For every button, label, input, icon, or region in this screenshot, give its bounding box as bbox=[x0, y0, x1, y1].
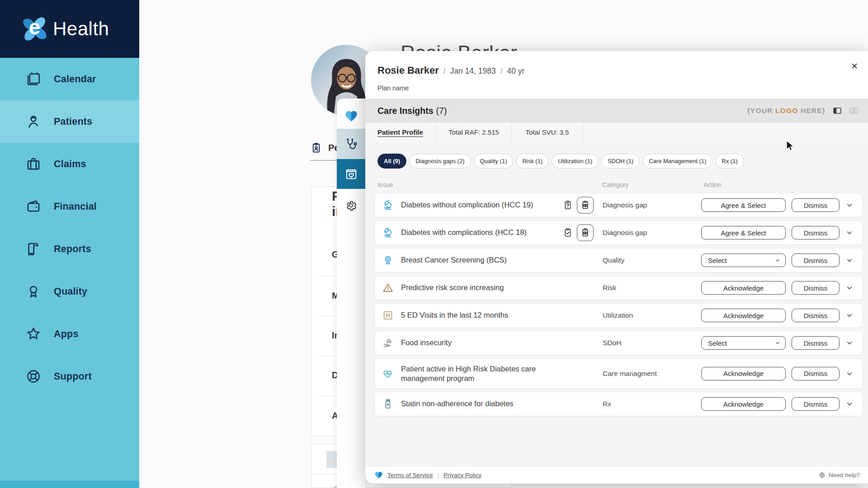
tool-strip bbox=[337, 99, 365, 488]
expand-chevron-icon[interactable] bbox=[846, 202, 853, 209]
insight-row: 5 ED Visits in the last 12 monthsUtiliza… bbox=[374, 303, 863, 328]
expand-chevron-icon[interactable] bbox=[846, 370, 853, 377]
action-label: Select bbox=[708, 257, 727, 264]
sidebar-item-label: Quality bbox=[54, 286, 87, 297]
filter-pill-quality-1[interactable]: Quality (1) bbox=[474, 154, 514, 169]
action-label: Acknowledge bbox=[723, 284, 764, 292]
sidebar-item-apps[interactable]: Apps bbox=[0, 313, 139, 355]
filter-pill-risk-1[interactable]: Risk (1) bbox=[516, 154, 549, 169]
sidebar-item-label: Financial bbox=[54, 201, 97, 212]
acknowledge-button[interactable]: Acknowledge bbox=[701, 281, 786, 295]
insight-row: Food insecuritySDoHSelectDismiss bbox=[374, 331, 863, 355]
agree-select-button[interactable]: Agree & Select bbox=[701, 226, 786, 239]
strip-item-stethoscope[interactable] bbox=[337, 129, 365, 159]
privacy-link[interactable]: Privacy Policy bbox=[443, 472, 481, 479]
dismiss-button[interactable]: Dismiss bbox=[792, 367, 840, 380]
apps-icon bbox=[25, 326, 42, 342]
issue-title: Diabetes without complication (HCC 19) bbox=[401, 200, 569, 210]
panel-tab-total-raf[interactable]: Total RAF: 2.515 bbox=[436, 123, 512, 141]
filter-pills: All (9)Diagnosis gaps (2)Quality (1)Risk… bbox=[377, 154, 744, 169]
clipboard-eye-icon-button[interactable] bbox=[577, 197, 594, 214]
personal-info-icon bbox=[310, 142, 322, 154]
filter-pill-diagnosis-gaps-2[interactable]: Diagnosis gaps (2) bbox=[409, 154, 471, 169]
action-label: Agree & Select bbox=[721, 229, 766, 237]
filter-pill-rx-1[interactable]: Rx (1) bbox=[715, 154, 744, 169]
expand-chevron-icon[interactable] bbox=[846, 339, 853, 347]
close-icon[interactable]: ✕ bbox=[851, 62, 858, 70]
dismiss-button[interactable]: Dismiss bbox=[792, 397, 840, 411]
expand-chevron-icon[interactable] bbox=[846, 312, 853, 319]
sidebar-item-label: Apps bbox=[54, 328, 79, 340]
panel-tab-patient-profile[interactable]: Patient Profile bbox=[365, 123, 436, 141]
category-value: Rx bbox=[603, 400, 611, 408]
separator: / bbox=[500, 67, 503, 76]
dismiss-button[interactable]: Dismiss bbox=[792, 198, 840, 212]
sidebar-item-quality[interactable]: Quality bbox=[0, 270, 139, 313]
dismiss-button[interactable]: Dismiss bbox=[792, 309, 840, 322]
care-insights-panel: Rosie Barker / Jan 14, 1983 / 40 yr Plan… bbox=[365, 51, 868, 483]
clipboard-eye-icon-button[interactable] bbox=[577, 225, 594, 241]
warning-triangle-icon bbox=[382, 282, 394, 294]
clipboard-question-icon bbox=[562, 200, 573, 211]
select-dropdown[interactable]: Select bbox=[701, 253, 786, 267]
footer-divider: | bbox=[438, 472, 439, 479]
expand-chevron-icon[interactable] bbox=[846, 229, 853, 236]
agree-select-button[interactable]: Agree & Select bbox=[701, 198, 786, 212]
action-label: Acknowledge bbox=[723, 312, 764, 319]
dismiss-button[interactable]: Dismiss bbox=[792, 226, 840, 239]
heart-icon bbox=[374, 471, 383, 479]
action-label: Select bbox=[708, 339, 727, 347]
select-dropdown[interactable]: Select bbox=[701, 336, 786, 350]
filter-pill-care-management-1[interactable]: Care Management (1) bbox=[642, 154, 712, 169]
microscope-icon bbox=[382, 199, 394, 211]
filter-pill-all-9[interactable]: All (9) bbox=[377, 154, 406, 169]
action-label: Agree & Select bbox=[721, 202, 766, 209]
expand-chevron-icon[interactable] bbox=[846, 284, 853, 291]
acknowledge-button[interactable]: Acknowledge bbox=[701, 309, 786, 322]
panel-footer: Terms of Service | Privacy Policy Need h… bbox=[365, 466, 868, 483]
panel-patient-age: 40 yr bbox=[507, 66, 524, 76]
action-label: Acknowledge bbox=[723, 370, 764, 377]
sidebar-item-label: Support bbox=[54, 371, 92, 382]
category-value: Care managment bbox=[603, 370, 657, 378]
panel-tab-total-svu[interactable]: Total SVU: 3.5 bbox=[512, 123, 583, 141]
layout-sidebar-icon[interactable] bbox=[832, 106, 842, 116]
insight-rows: Diabetes without complication (HCC 19)Di… bbox=[374, 193, 863, 419]
strip-item-heart[interactable] bbox=[337, 106, 365, 127]
food-insecurity-icon bbox=[382, 337, 394, 349]
category-value: SDoH bbox=[603, 339, 621, 347]
sidebar-item-patients[interactable]: Patients bbox=[0, 100, 139, 143]
sidebar-item-calendar[interactable]: Calendar bbox=[0, 58, 139, 100]
expand-chevron-icon[interactable] bbox=[846, 257, 853, 264]
layout-columns-icon[interactable] bbox=[849, 106, 859, 116]
expand-chevron-icon[interactable] bbox=[846, 400, 853, 408]
reports-icon bbox=[25, 241, 42, 257]
sidebar-item-reports[interactable]: Reports bbox=[0, 228, 139, 270]
column-header-action: Action bbox=[703, 181, 722, 188]
care-insights-band: Care Insights(7) {YOUR LOGO HERE} bbox=[365, 99, 868, 123]
acknowledge-button[interactable]: Acknowledge bbox=[701, 397, 786, 411]
calendar-icon bbox=[25, 71, 42, 87]
separator: / bbox=[443, 67, 446, 76]
sidebar-item-financial[interactable]: Financial bbox=[0, 185, 139, 228]
sidebar-item-support[interactable]: Support bbox=[0, 355, 139, 398]
microscope-icon bbox=[382, 227, 394, 239]
issue-title: 5 ED Visits in the last 12 months bbox=[401, 310, 569, 320]
financial-icon bbox=[25, 198, 42, 215]
dismiss-button[interactable]: Dismiss bbox=[792, 336, 840, 350]
terms-link[interactable]: Terms of Service bbox=[387, 472, 433, 479]
sidebar-item-claims[interactable]: Claims bbox=[0, 143, 139, 185]
dismiss-button[interactable]: Dismiss bbox=[792, 253, 840, 267]
dismiss-button[interactable]: Dismiss bbox=[792, 281, 840, 295]
app-logo: e Health bbox=[0, 0, 139, 58]
need-help[interactable]: Need help? bbox=[819, 472, 860, 479]
filter-pill-utilization-1[interactable]: Utilization (1) bbox=[552, 154, 599, 169]
category-value: Diagnosis gap bbox=[603, 201, 647, 209]
filter-pill-sdoh-1[interactable]: SDOH (1) bbox=[601, 154, 640, 169]
insight-row: Diabetes with complications (HCC 18)Diag… bbox=[374, 221, 863, 245]
strip-item-gear[interactable] bbox=[337, 194, 365, 216]
acknowledge-button[interactable]: Acknowledge bbox=[701, 367, 786, 380]
strip-item-calendar-heart[interactable] bbox=[337, 159, 365, 189]
sidebar: e Health CalendarPatientsClaimsFinancial… bbox=[0, 0, 139, 488]
hospital-icon bbox=[382, 310, 394, 321]
